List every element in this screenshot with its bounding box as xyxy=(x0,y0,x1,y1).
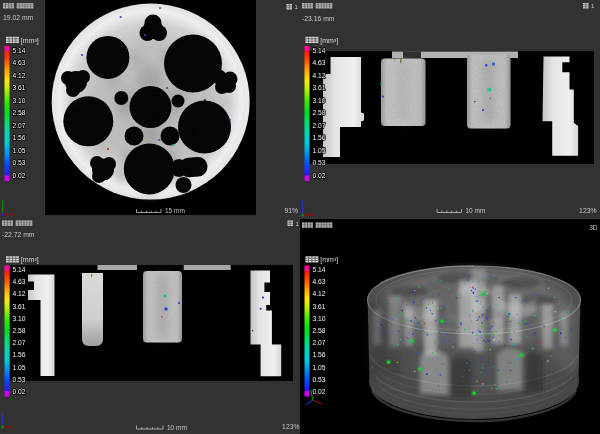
svg-text:3.61: 3.61 xyxy=(13,84,26,91)
svg-text:-23.16 mm: -23.16 mm xyxy=(302,15,335,22)
svg-text:1.56: 1.56 xyxy=(13,134,26,141)
svg-text:[mm³]: [mm³] xyxy=(320,37,338,45)
svg-text:[mm³]: [mm³] xyxy=(320,256,338,264)
svg-text:5.14: 5.14 xyxy=(13,266,26,273)
svg-text:4.63: 4.63 xyxy=(313,278,326,285)
svg-text:[mm³]: [mm³] xyxy=(21,256,39,264)
svg-text:4.63: 4.63 xyxy=(13,59,26,66)
svg-text:15 mm: 15 mm xyxy=(165,207,185,214)
svg-text:0.53: 0.53 xyxy=(313,376,326,383)
svg-text:1.05: 1.05 xyxy=(313,147,326,154)
svg-text:0.02: 0.02 xyxy=(313,388,326,395)
svg-text:4.63: 4.63 xyxy=(13,278,26,285)
svg-text:4.12: 4.12 xyxy=(313,72,326,79)
svg-text:4.63: 4.63 xyxy=(313,59,326,66)
svg-text:1.56: 1.56 xyxy=(13,351,26,358)
svg-text:0.02: 0.02 xyxy=(13,172,26,179)
svg-text:2.58: 2.58 xyxy=(13,327,26,334)
svg-text:1.05: 1.05 xyxy=(13,147,26,154)
svg-text:3D: 3D xyxy=(589,224,598,231)
svg-text:2.07: 2.07 xyxy=(13,122,26,129)
svg-text:4.12: 4.12 xyxy=(13,72,26,79)
svg-text:1.56: 1.56 xyxy=(313,351,326,358)
svg-text:0.02: 0.02 xyxy=(313,172,326,179)
svg-text:3.61: 3.61 xyxy=(13,303,26,310)
svg-text:3.10: 3.10 xyxy=(13,97,26,104)
svg-text:4.12: 4.12 xyxy=(313,290,326,297)
svg-text:2.07: 2.07 xyxy=(313,122,326,129)
svg-text:5.14: 5.14 xyxy=(313,47,326,54)
svg-text:2.07: 2.07 xyxy=(313,339,326,346)
svg-text:1.05: 1.05 xyxy=(13,364,26,371)
svg-text:3.61: 3.61 xyxy=(313,84,326,91)
svg-text:0.02: 0.02 xyxy=(13,388,26,395)
svg-text:2.58: 2.58 xyxy=(313,109,326,116)
svg-text:3.10: 3.10 xyxy=(313,315,326,322)
svg-text:10 mm: 10 mm xyxy=(466,207,486,214)
svg-text:3.61: 3.61 xyxy=(313,303,326,310)
svg-text:[mm³]: [mm³] xyxy=(21,37,39,45)
svg-text:0.53: 0.53 xyxy=(313,159,326,166)
svg-text:123%: 123% xyxy=(282,423,299,430)
svg-text:123%: 123% xyxy=(579,207,596,214)
svg-text:10 mm: 10 mm xyxy=(167,424,187,431)
svg-text:2.58: 2.58 xyxy=(313,327,326,334)
svg-text:0.53: 0.53 xyxy=(13,159,26,166)
svg-text:19.02 mm: 19.02 mm xyxy=(3,14,34,21)
svg-text:1.56: 1.56 xyxy=(313,134,326,141)
svg-text:91%: 91% xyxy=(284,207,298,214)
svg-text:-22.72 mm: -22.72 mm xyxy=(2,231,35,238)
svg-text:1.05: 1.05 xyxy=(313,364,326,371)
svg-text:5.14: 5.14 xyxy=(13,47,26,54)
svg-text:3.10: 3.10 xyxy=(313,97,326,104)
svg-text:2.07: 2.07 xyxy=(13,339,26,346)
svg-text:3.10: 3.10 xyxy=(13,315,26,322)
svg-text:4.12: 4.12 xyxy=(13,290,26,297)
svg-text:0.53: 0.53 xyxy=(13,376,26,383)
svg-text:5.14: 5.14 xyxy=(313,266,326,273)
svg-text:2.58: 2.58 xyxy=(13,109,26,116)
